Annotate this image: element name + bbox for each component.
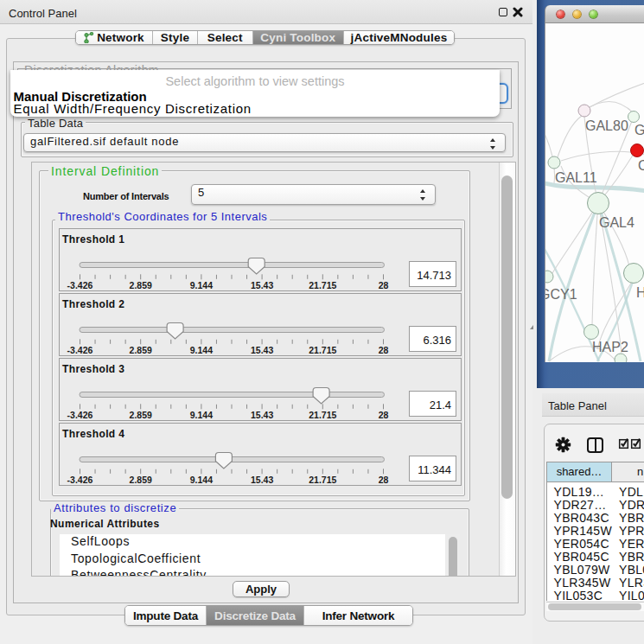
svg-text:28: 28 [379, 410, 389, 420]
svg-text:21.715: 21.715 [309, 280, 336, 290]
svg-text:H: H [636, 285, 644, 300]
svg-text:9.144: 9.144 [190, 345, 213, 355]
svg-text:HAP2: HAP2 [592, 340, 628, 354]
svg-text:GAL11: GAL11 [555, 170, 597, 185]
svg-text:28: 28 [379, 345, 389, 355]
svg-text:GAL80: GAL80 [585, 118, 628, 133]
svg-text:-3.426: -3.426 [67, 475, 93, 485]
svg-text:GAL4: GAL4 [599, 215, 634, 230]
svg-text:21.715: 21.715 [309, 345, 336, 355]
svg-text:9.144: 9.144 [190, 475, 213, 485]
svg-text:2.859: 2.859 [130, 345, 152, 355]
svg-text:-3.426: -3.426 [67, 345, 93, 355]
svg-text:2.859: 2.859 [130, 475, 152, 485]
svg-text:15.43: 15.43 [251, 345, 273, 355]
svg-text:15.43: 15.43 [251, 475, 273, 485]
svg-text:9.144: 9.144 [190, 280, 213, 290]
svg-text:2.859: 2.859 [130, 280, 152, 290]
svg-text:-3.426: -3.426 [67, 280, 93, 290]
svg-text:-3.426: -3.426 [67, 410, 93, 420]
svg-text:2.859: 2.859 [130, 410, 152, 420]
svg-text:28: 28 [379, 280, 389, 290]
svg-text:C: C [638, 158, 644, 173]
svg-text:28: 28 [379, 475, 389, 485]
svg-text:G: G [634, 123, 644, 137]
svg-text:21.715: 21.715 [309, 475, 336, 485]
svg-text:21.715: 21.715 [309, 410, 336, 420]
svg-text:15.43: 15.43 [251, 410, 273, 420]
svg-text:GCY1: GCY1 [545, 287, 577, 302]
svg-text:9.144: 9.144 [190, 410, 213, 420]
svg-text:15.43: 15.43 [251, 280, 273, 290]
